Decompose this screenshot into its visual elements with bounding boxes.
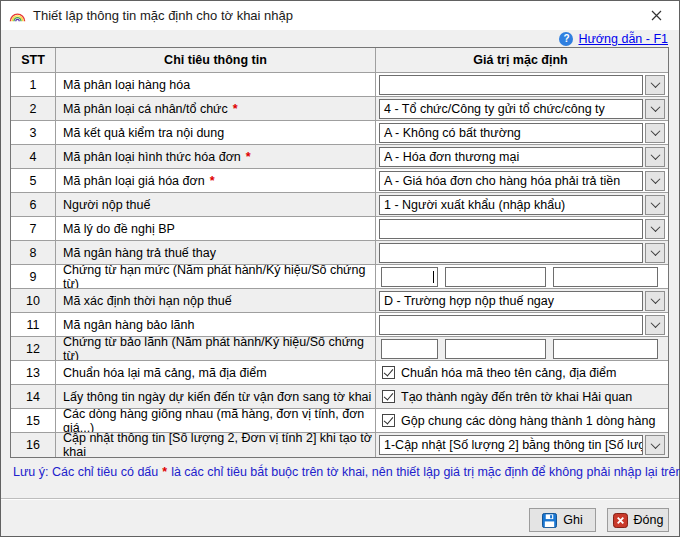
dropdown-value[interactable]: 1-Cập nhật [Số lượng 2] bằng thông tin [… xyxy=(379,435,643,455)
row-number: 10 xyxy=(11,289,56,312)
criteria-label: Mã kết quả kiểm tra nội dung xyxy=(63,126,224,140)
dropdown-arrow-button[interactable] xyxy=(645,435,665,455)
dropdown-11[interactable] xyxy=(379,315,665,335)
chevron-down-icon xyxy=(650,318,660,328)
chevron-down-icon xyxy=(650,439,660,449)
dropdown-arrow-button[interactable] xyxy=(645,147,665,167)
table-row: 13Chuẩn hóa lại mã cảng, mã địa điểmChuẩ… xyxy=(11,361,668,385)
default-value-cell: Tạo thành ngày đến trên tờ khai Hải quan xyxy=(376,385,668,408)
row-number: 16 xyxy=(11,433,56,457)
text-input-12-2[interactable] xyxy=(445,339,546,359)
dropdown-2[interactable]: 4 - Tổ chức/Công ty gửi tổ chức/công ty xyxy=(379,99,665,119)
dropdown-4[interactable]: A - Hóa đơn thương mại xyxy=(379,147,665,167)
criteria-label-cell: Lấy thông tin ngày dự kiến đến từ vận đơ… xyxy=(56,385,376,408)
question-circle-icon[interactable]: ? xyxy=(559,32,573,46)
text-input-9-3[interactable] xyxy=(553,267,658,287)
default-value-cell: Gộp chung các dòng hàng thành 1 dòng hàn… xyxy=(376,409,668,432)
dropdown-value[interactable] xyxy=(379,75,643,95)
note-asterisk: * xyxy=(162,465,167,479)
criteria-label: Chuẩn hóa lại mã cảng, mã địa điểm xyxy=(63,366,267,380)
note-suffix: là các chỉ tiêu bắt buộc trên tờ khai, n… xyxy=(171,465,680,479)
dropdown-value[interactable]: A - Không có bất thường xyxy=(379,123,643,143)
criteria-label: Lấy thông tin ngày dự kiến đến từ vận đơ… xyxy=(63,390,371,404)
checkbox-label: Gộp chung các dòng hàng thành 1 dòng hàn… xyxy=(401,414,655,428)
dropdown-value[interactable]: 4 - Tổ chức/Công ty gửi tổ chức/công ty xyxy=(379,99,643,119)
help-row: ? Hướng dẫn - F1 xyxy=(559,31,668,47)
text-input-12-1[interactable] xyxy=(381,339,438,359)
dropdown-value[interactable] xyxy=(379,243,643,263)
table-row: 2Mã phân loại cá nhân/tổ chức*4 - Tổ chứ… xyxy=(11,97,668,121)
dropdown-7[interactable] xyxy=(379,219,665,239)
checkbox-14[interactable]: Tạo thành ngày đến trên tờ khai Hải quan xyxy=(379,390,632,404)
table-row: 1Mã phân loại hàng hóa xyxy=(11,73,668,97)
dropdown-arrow-button[interactable] xyxy=(645,291,665,311)
table-row: 16Cập nhật thông tin [Số lượng 2, Đơn vị… xyxy=(11,433,668,457)
text-input-9-1[interactable] xyxy=(381,267,438,287)
criteria-label-cell: Chứng từ hạn mức (Năm phát hành/Ký hiệu/… xyxy=(56,265,376,288)
text-input-12-3[interactable] xyxy=(553,339,658,359)
default-value-cell xyxy=(376,337,668,360)
required-asterisk: * xyxy=(246,150,251,164)
criteria-label-cell: Chứng từ bảo lãnh (Năm phát hành/Ký hiệu… xyxy=(56,337,376,360)
dropdown-value[interactable] xyxy=(379,219,643,239)
dropdown-16[interactable]: 1-Cập nhật [Số lượng 2] bằng thông tin [… xyxy=(379,435,665,455)
criteria-label-cell: Người nộp thuế xyxy=(56,193,376,216)
row-number: 14 xyxy=(11,385,56,408)
dropdown-5[interactable]: A - Giá hóa đơn cho hàng hóa phải trả ti… xyxy=(379,171,665,191)
dropdown-6[interactable]: 1 - Người xuất khẩu (nhập khẩu) xyxy=(379,195,665,215)
dropdown-value[interactable]: A - Giá hóa đơn cho hàng hóa phải trả ti… xyxy=(379,171,643,191)
checkbox-15[interactable]: Gộp chung các dòng hàng thành 1 dòng hàn… xyxy=(379,414,655,428)
dropdown-1[interactable] xyxy=(379,75,665,95)
dropdown-arrow-button[interactable] xyxy=(645,219,665,239)
row-number: 3 xyxy=(11,121,56,144)
criteria-label: Cập nhật thông tin [Số lượng 2, Đơn vị t… xyxy=(63,433,375,457)
chevron-down-icon xyxy=(650,294,660,304)
note-prefix: Lưu ý: Các chỉ tiêu có dấu xyxy=(13,465,158,479)
dropdown-value[interactable]: D - Trường hợp nộp thuế ngay xyxy=(379,291,643,311)
criteria-label-cell: Mã xác định thời hạn nộp thuế xyxy=(56,289,376,312)
criteria-label: Chứng từ hạn mức (Năm phát hành/Ký hiệu/… xyxy=(63,265,375,288)
chevron-down-icon xyxy=(650,222,660,232)
header-stt: STT xyxy=(11,48,56,72)
criteria-label: Mã phân loại cá nhân/tổ chức xyxy=(63,102,228,116)
criteria-label-cell: Mã phân loại hàng hóa xyxy=(56,73,376,96)
dropdown-arrow-button[interactable] xyxy=(645,75,665,95)
settings-table: STT Chỉ tiêu thông tin Giá trị mặc định … xyxy=(10,47,669,458)
criteria-label: Mã lý do đề nghị BP xyxy=(63,222,175,236)
dropdown-arrow-button[interactable] xyxy=(645,315,665,335)
close-button-label: Đóng xyxy=(634,513,664,527)
app-rainbow-icon xyxy=(9,8,26,23)
table-row: 15Các dòng hàng giống nhau (mã hàng, đơn… xyxy=(11,409,668,433)
dropdown-arrow-button[interactable] xyxy=(645,99,665,119)
dropdown-arrow-button[interactable] xyxy=(645,123,665,143)
text-input-9-2[interactable] xyxy=(445,267,546,287)
dropdown-3[interactable]: A - Không có bất thường xyxy=(379,123,665,143)
dropdown-value[interactable]: A - Hóa đơn thương mại xyxy=(379,147,643,167)
criteria-label-cell: Mã lý do đề nghị BP xyxy=(56,217,376,240)
save-button[interactable]: Ghi xyxy=(529,508,596,532)
table-row: 7Mã lý do đề nghị BP xyxy=(11,217,668,241)
dropdown-arrow-button[interactable] xyxy=(645,195,665,215)
dropdown-arrow-button[interactable] xyxy=(645,171,665,191)
dropdown-10[interactable]: D - Trường hợp nộp thuế ngay xyxy=(379,291,665,311)
dropdown-8[interactable] xyxy=(379,243,665,263)
close-dialog-button[interactable]: Đóng xyxy=(607,508,669,532)
criteria-label-cell: Các dòng hàng giống nhau (mã hàng, đơn v… xyxy=(56,409,376,432)
default-value-cell xyxy=(376,265,668,288)
dropdown-arrow-button[interactable] xyxy=(645,243,665,263)
row-number: 8 xyxy=(11,241,56,264)
window-close-button[interactable] xyxy=(634,1,679,30)
floppy-disk-icon xyxy=(542,513,557,528)
footer-note: Lưu ý: Các chỉ tiêu có dấu*là các chỉ ti… xyxy=(13,465,680,479)
criteria-label: Mã phân loại giá hóa đơn xyxy=(63,174,205,188)
header-criteria: Chỉ tiêu thông tin xyxy=(56,48,376,72)
help-link[interactable]: Hướng dẫn - F1 xyxy=(578,32,668,46)
dropdown-value[interactable] xyxy=(379,315,643,335)
criteria-label: Mã ngân hàng bảo lãnh xyxy=(63,318,194,332)
checkbox-icon xyxy=(382,366,395,379)
dropdown-value[interactable]: 1 - Người xuất khẩu (nhập khẩu) xyxy=(379,195,643,215)
checkbox-13[interactable]: Chuẩn hóa mã theo tên cảng, địa điểm xyxy=(379,366,616,380)
criteria-label-cell: Mã phân loại cá nhân/tổ chức* xyxy=(56,97,376,120)
row-number: 15 xyxy=(11,409,56,432)
chevron-down-icon xyxy=(650,246,660,256)
